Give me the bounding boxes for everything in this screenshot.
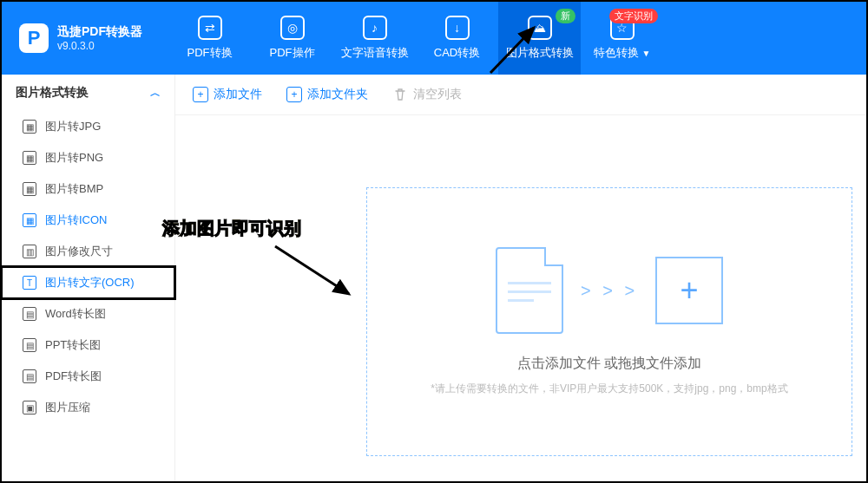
app-version: v9.0.3.0 [57, 40, 142, 52]
arrows-icon: > > > [581, 281, 638, 301]
plus-icon: + [193, 87, 208, 102]
sidebar-item-bmp[interactable]: ▦图片转BMP [2, 173, 174, 205]
folder-plus-icon: + [286, 87, 302, 102]
app-header: P 迅捷PDF转换器 v9.0.3.0 ⇄ PDF转换 ◎ PDF操作 ♪ 文字… [2, 2, 866, 75]
sidebar-item-compress[interactable]: ▣图片压缩 [2, 392, 174, 423]
toolbar: + 添加文件 + 添加文件夹 清空列表 [175, 75, 866, 115]
sidebar-title: 图片格式转换 [16, 85, 89, 101]
doc-icon: ▤ [23, 338, 36, 352]
add-box-icon: + [655, 257, 723, 324]
document-icon [496, 247, 563, 334]
dropzone-graphic: > > > + [496, 247, 723, 334]
chevron-up-icon: ︿ [150, 86, 161, 101]
tab-image-format[interactable]: 新 ⛰ 图片格式转换 [498, 2, 581, 75]
doc-icon: ▤ [23, 369, 36, 383]
gear-icon: ◎ [280, 16, 305, 40]
app-brand: P 迅捷PDF转换器 v9.0.3.0 [19, 23, 142, 53]
add-file-button[interactable]: + 添加文件 [193, 87, 262, 102]
sidebar-item-jpg[interactable]: ▦图片转JPG [2, 111, 174, 142]
tab-special-convert[interactable]: 文字识别 ☆ 特色转换 ▼ [581, 2, 663, 75]
image-icon: ⛰ [528, 16, 552, 40]
tab-pdf-operate[interactable]: ◎ PDF操作 [251, 2, 333, 75]
download-icon: ↓ [445, 16, 470, 40]
add-folder-button[interactable]: + 添加文件夹 [286, 87, 368, 102]
badge-ocr: 文字识别 [609, 9, 658, 23]
nav-label: 特色转换 [594, 45, 639, 61]
sidebar-item-ocr[interactable]: T图片转文字(OCR) [2, 267, 174, 298]
compress-icon: ▣ [23, 401, 36, 414]
text-icon: T [23, 276, 36, 290]
sidebar-item-pdf[interactable]: ▤PDF转长图 [2, 361, 174, 392]
dropzone[interactable]: > > > + 点击添加文件 或拖拽文件添加 *请上传需要转换的文件，非VIP用… [366, 187, 852, 456]
sidebar-item-icon[interactable]: ▦图片转ICON [2, 205, 174, 236]
sidebar-item-ppt[interactable]: ▤PPT转长图 [2, 330, 174, 361]
audio-icon: ♪ [363, 16, 387, 40]
sidebar-item-png[interactable]: ▦图片转PNG [2, 142, 174, 173]
app-title: 迅捷PDF转换器 [57, 24, 142, 40]
nav-label: 图片格式转换 [506, 45, 574, 61]
tab-pdf-convert[interactable]: ⇄ PDF转换 [168, 2, 251, 75]
image-icon: ▦ [23, 213, 36, 227]
sidebar: 图片格式转换 ︿ ▦图片转JPG ▦图片转PNG ▦图片转BMP ▦图片转ICO… [2, 75, 175, 481]
resize-icon: ▥ [23, 245, 36, 258]
main-area: + 添加文件 + 添加文件夹 清空列表 > > > + [175, 75, 866, 481]
nav-label: PDF操作 [270, 45, 315, 61]
tab-cad-convert[interactable]: ↓ CAD转换 [416, 2, 498, 75]
nav-label: 文字语音转换 [341, 45, 409, 61]
nav-label: CAD转换 [434, 45, 480, 61]
dropzone-title: 点击添加文件 或拖拽文件添加 [517, 355, 701, 373]
trash-icon [392, 87, 408, 102]
annotation-text: 添加图片即可识别 [162, 217, 301, 240]
badge-new: 新 [556, 9, 575, 23]
tab-text-audio[interactable]: ♪ 文字语音转换 [333, 2, 416, 75]
sidebar-header[interactable]: 图片格式转换 ︿ [2, 75, 174, 111]
image-icon: ▦ [23, 151, 36, 165]
sidebar-item-resize[interactable]: ▥图片修改尺寸 [2, 236, 174, 267]
clear-list-button[interactable]: 清空列表 [392, 87, 462, 102]
nav-label: PDF转换 [187, 45, 233, 61]
dropzone-hint: *请上传需要转换的文件，非VIP用户最大支持500K，支持jpg，png，bmp… [431, 382, 787, 396]
image-icon: ▦ [23, 120, 36, 134]
app-logo-icon: P [19, 23, 49, 53]
swap-icon: ⇄ [198, 16, 222, 40]
chevron-down-icon: ▼ [642, 49, 651, 58]
nav-tabs: ⇄ PDF转换 ◎ PDF操作 ♪ 文字语音转换 ↓ CAD转换 新 ⛰ 图片格… [168, 2, 663, 75]
doc-icon: ▤ [23, 307, 36, 321]
image-icon: ▦ [23, 182, 36, 196]
sidebar-item-word[interactable]: ▤Word转长图 [2, 298, 174, 330]
